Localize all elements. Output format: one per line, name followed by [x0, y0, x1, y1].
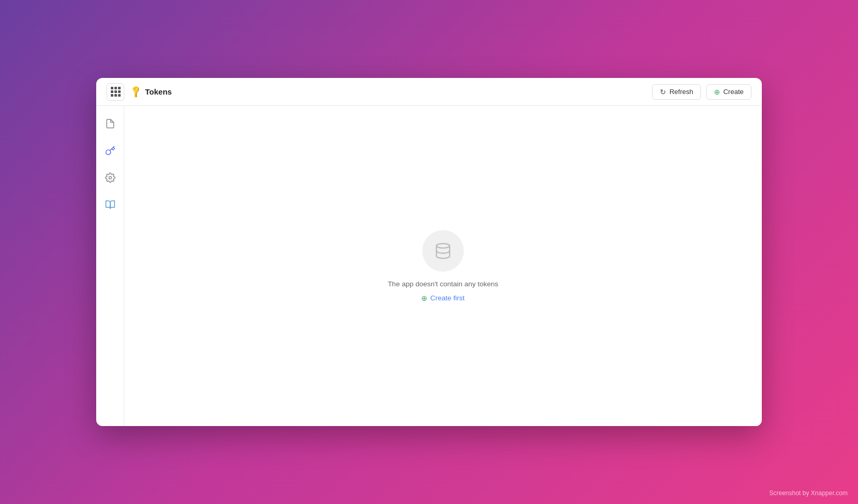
header-left: 🔑 Tokens	[107, 83, 172, 101]
header-right: ↻ Refresh ⊕ Create	[652, 84, 751, 100]
content-area: The app doesn't contain any tokens ⊕ Cre…	[124, 106, 762, 426]
create-first-label: Create first	[430, 294, 464, 302]
sidebar-item-docs[interactable]	[101, 195, 120, 214]
svg-point-0	[109, 177, 111, 179]
svg-point-1	[436, 243, 450, 248]
create-button[interactable]: ⊕ Create	[706, 84, 751, 100]
database-icon	[434, 242, 452, 260]
key-icon: 🔑	[128, 85, 143, 99]
create-label: Create	[723, 88, 744, 96]
sidebar-item-files[interactable]	[101, 114, 120, 133]
empty-state: The app doesn't contain any tokens ⊕ Cre…	[388, 230, 499, 302]
create-first-icon: ⊕	[421, 294, 427, 302]
refresh-label: Refresh	[669, 88, 693, 96]
main-layout: The app doesn't contain any tokens ⊕ Cre…	[96, 106, 762, 426]
sidebar-item-settings[interactable]	[101, 168, 120, 187]
page-title-area: 🔑 Tokens	[131, 87, 172, 97]
sidebar-item-tokens[interactable]	[101, 141, 120, 160]
header: 🔑 Tokens ↻ Refresh ⊕ Create	[96, 78, 762, 106]
grid-menu-button[interactable]	[107, 83, 124, 101]
empty-icon-circle	[422, 230, 464, 272]
sidebar	[96, 106, 124, 426]
watermark: Screenshot by Xnapper.com	[769, 489, 848, 497]
refresh-button[interactable]: ↻ Refresh	[652, 84, 701, 100]
page-title: Tokens	[145, 87, 172, 96]
create-plus-icon: ⊕	[714, 88, 720, 96]
refresh-icon: ↻	[660, 88, 666, 96]
create-first-link[interactable]: ⊕ Create first	[421, 294, 464, 302]
app-window: 🔑 Tokens ↻ Refresh ⊕ Create	[96, 78, 762, 426]
grid-icon	[111, 87, 121, 97]
empty-message: The app doesn't contain any tokens	[388, 280, 499, 288]
